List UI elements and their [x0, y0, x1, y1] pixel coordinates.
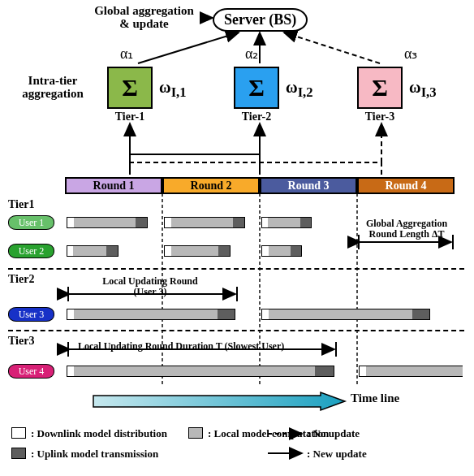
user2-round2-bar — [164, 245, 231, 257]
omega-1-sub: I,1 — [171, 84, 187, 100]
timeline-label: Time line — [351, 392, 399, 405]
legend-swatch-compute — [188, 427, 203, 439]
local-round-u3-label: Local Updating Round(User 3) — [81, 276, 219, 296]
omega-2-sub: I,2 — [298, 84, 313, 100]
user1-round2-bar — [164, 217, 245, 228]
round-1-header: Round 1 — [65, 177, 162, 194]
legend-text-newupdate: : New update — [307, 448, 367, 461]
omega-3: ωI,3 — [409, 78, 437, 101]
user-2-badge: User 2 — [8, 244, 54, 258]
tier2-aggregator: Σ — [234, 67, 279, 109]
intra-tier-label: Intra-tieraggregation — [16, 75, 89, 101]
svg-line-3 — [284, 32, 380, 63]
omega-3-sub: I,3 — [421, 84, 437, 100]
svg-line-1 — [138, 32, 239, 63]
user-4-badge: User 4 — [8, 364, 54, 379]
omega-1-symbol: ω — [159, 78, 171, 96]
legend-swatch-downlink — [11, 427, 26, 439]
tier2-label: Tier-2 — [239, 110, 274, 123]
user-1-badge: User 1 — [8, 215, 54, 230]
round-3-header: Round 3 — [260, 177, 357, 194]
user1-round1-bar — [67, 217, 148, 228]
omega-2: ωI,2 — [286, 78, 313, 101]
omega-1: ωI,1 — [159, 78, 187, 101]
alpha-3: α₃ — [404, 45, 417, 63]
tier3-aggregator: Σ — [357, 67, 403, 109]
legend-text-noupdate: : No update — [307, 427, 360, 440]
alpha-2: α₂ — [245, 45, 258, 63]
omega-2-symbol: ω — [286, 78, 298, 96]
tier2-row-label: Tier2 — [8, 273, 34, 286]
tier1-row-label: Tier1 — [8, 198, 34, 211]
slowest-user-label: Local Updating Round Duration T (Slowest… — [78, 341, 330, 352]
legend-text-downlink: : Downlink model distribution — [31, 427, 167, 440]
tier1-label: Tier-1 — [112, 110, 148, 123]
separator-tier2-tier3 — [8, 330, 464, 331]
tier3-label: Tier-3 — [362, 110, 398, 123]
user2-round3-bar — [261, 245, 302, 257]
global-round-length-label: Global AggregationRound Length ΔT — [359, 219, 455, 239]
user1-round3-bar — [261, 217, 312, 228]
tier1-aggregator: Σ — [107, 67, 153, 109]
round-2-header: Round 2 — [162, 177, 260, 194]
global-aggregation-label: Global aggregation& update — [85, 5, 203, 31]
user3-span2-bar — [261, 309, 430, 320]
user3-span1-bar — [67, 309, 235, 320]
omega-3-symbol: ω — [409, 78, 421, 96]
round-4-header: Round 4 — [357, 177, 455, 194]
user4-span1-bar — [67, 366, 334, 377]
legend-swatch-uplink — [11, 448, 26, 459]
tier3-row-label: Tier3 — [8, 335, 34, 348]
legend-text-uplink: : Uplink model transmission — [31, 448, 158, 461]
alpha-1: α₁ — [120, 45, 133, 63]
user4-span2-bar — [359, 366, 463, 377]
svg-marker-19 — [93, 392, 345, 410]
server-box: Server (BS) — [213, 8, 308, 32]
user2-round1-bar — [67, 245, 118, 257]
user-3-badge: User 3 — [8, 307, 54, 322]
separator-tier1-tier2 — [8, 268, 464, 270]
